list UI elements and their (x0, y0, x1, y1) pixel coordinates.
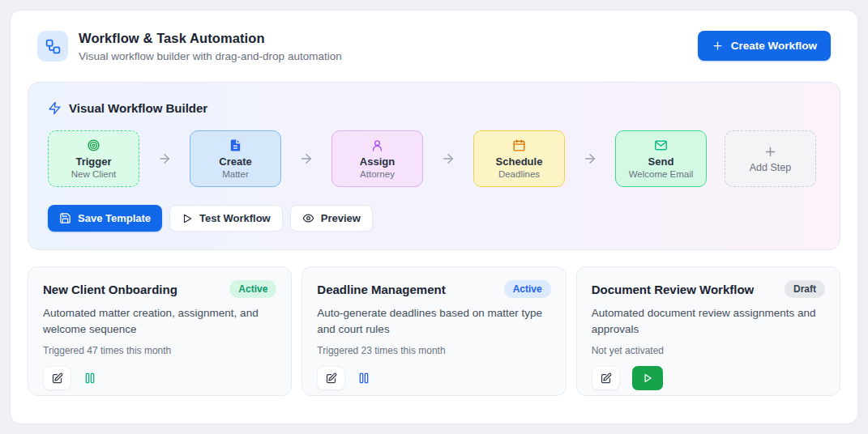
visual-workflow-builder: Visual Workflow Builder Trigger New Clie… (28, 82, 840, 250)
save-template-button[interactable]: Save Template (48, 205, 162, 232)
save-icon (59, 212, 71, 224)
workflow-card-description: Automated matter creation, assignment, a… (43, 305, 276, 337)
step-title: Trigger (75, 155, 111, 168)
step-title: Send (648, 155, 674, 168)
lightning-bolt-icon (48, 101, 62, 115)
test-workflow-button[interactable]: Test Workflow (169, 205, 283, 232)
arrow-right-icon (441, 151, 455, 166)
edit-icon (325, 372, 337, 385)
mail-icon (654, 138, 668, 152)
edit-icon (600, 372, 612, 385)
step-schedule-deadlines[interactable]: Schedule Deadlines (473, 130, 565, 187)
create-workflow-label: Create Workflow (731, 40, 817, 52)
builder-actions: Save Template Test Workflow Preview (48, 205, 820, 232)
step-title: Schedule (496, 155, 543, 168)
pause-icon (357, 372, 370, 385)
workflow-card-title: New Client Onboarding (43, 283, 177, 296)
step-title: Assign (360, 155, 395, 168)
arrow-right-icon (157, 151, 172, 166)
pause-workflow-button[interactable] (83, 372, 96, 385)
status-badge: Active (229, 280, 276, 298)
user-icon (370, 138, 384, 152)
step-create-matter[interactable]: Create Matter (190, 130, 281, 187)
activate-workflow-button[interactable] (632, 366, 663, 390)
calendar-icon (512, 138, 526, 152)
preview-label: Preview (321, 212, 361, 224)
page-title: Workflow & Task Automation (79, 31, 342, 46)
preview-button[interactable]: Preview (290, 205, 373, 232)
pause-icon (83, 372, 96, 385)
edit-workflow-button[interactable] (43, 366, 71, 390)
page-header: Workflow & Task Automation Visual workfl… (28, 31, 840, 62)
add-step-button[interactable]: Add Step (725, 130, 816, 187)
edit-workflow-button[interactable] (592, 366, 620, 390)
workflow-icon (37, 31, 68, 62)
page-subtitle: Visual workflow builder with drag-and-dr… (79, 50, 342, 62)
workflow-card-description: Auto-generate deadlines based on matter … (317, 305, 550, 337)
workflow-card-status: Not yet activated (592, 345, 825, 356)
step-title: Create (219, 155, 251, 168)
step-subtitle: Deadlines (498, 169, 540, 179)
workflow-card-new-client-onboarding: New Client Onboarding Active Automated m… (28, 266, 292, 396)
edit-workflow-button[interactable] (317, 366, 345, 390)
plus-icon (763, 145, 777, 159)
workflow-card-title: Deadline Management (317, 283, 445, 296)
workflow-automation-panel: Workflow & Task Automation Visual workfl… (10, 10, 858, 424)
edit-icon (51, 372, 63, 385)
step-subtitle: Matter (222, 169, 249, 179)
step-subtitle: New Client (71, 169, 117, 179)
step-subtitle: Attorney (360, 169, 395, 179)
eye-icon (302, 212, 314, 224)
workflow-steps-row: Trigger New Client Create Matter (48, 130, 820, 187)
step-assign-attorney[interactable]: Assign Attorney (331, 130, 423, 187)
status-badge: Active (504, 280, 551, 298)
pause-workflow-button[interactable] (357, 372, 370, 385)
workflow-card-description: Automated document review assignments an… (592, 305, 825, 337)
workflow-cards-row: New Client Onboarding Active Automated m… (28, 266, 840, 396)
save-template-label: Save Template (78, 212, 151, 224)
target-icon (87, 138, 100, 152)
plus-icon (712, 40, 724, 52)
play-icon (182, 213, 193, 224)
add-step-label: Add Step (750, 162, 791, 173)
arrow-right-icon (299, 151, 314, 166)
status-badge: Draft (785, 280, 825, 298)
workflow-card-deadline-management: Deadline Management Active Auto-generate… (301, 266, 566, 396)
arrow-right-icon (583, 151, 597, 166)
file-text-icon (229, 138, 242, 152)
workflow-card-status: Triggered 47 times this month (43, 345, 276, 356)
play-icon (642, 372, 653, 384)
step-trigger[interactable]: Trigger New Client (48, 130, 139, 187)
test-workflow-label: Test Workflow (199, 212, 271, 224)
step-send-welcome-email[interactable]: Send Welcome Email (615, 130, 707, 187)
workflow-card-status: Triggered 23 times this month (317, 345, 550, 356)
workflow-card-title: Document Review Workflow (592, 283, 755, 296)
workflow-card-document-review: Document Review Workflow Draft Automated… (576, 266, 840, 396)
create-workflow-button[interactable]: Create Workflow (698, 31, 831, 61)
builder-title: Visual Workflow Builder (69, 101, 207, 115)
step-subtitle: Welcome Email (629, 169, 694, 179)
